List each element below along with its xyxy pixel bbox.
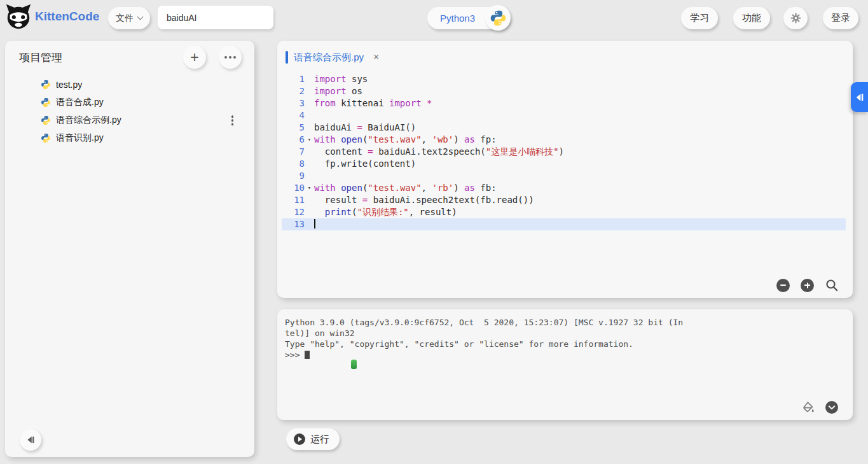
line-number: 6	[282, 134, 305, 146]
fold-gutter	[305, 206, 314, 218]
code-line[interactable]: 1import sys	[282, 73, 846, 85]
file-name: 语音识别.py	[56, 132, 104, 144]
code-line[interactable]: 11 result = baiduAi.speech2text(fb.read(…	[282, 194, 846, 206]
fold-gutter	[305, 158, 314, 170]
console-line: Type "help", "copyright", "credits" or "…	[285, 339, 845, 349]
code-line[interactable]: 3from kittenai import *	[282, 97, 846, 109]
file-name: 语音合成.py	[56, 97, 104, 108]
file-item[interactable]: 语音综合示例.py	[5, 111, 254, 129]
tab-active-file[interactable]: 语音综合示例.py ×	[282, 49, 383, 66]
file-menu-button[interactable]: 文件	[108, 7, 150, 29]
project-panel-title: 项目管理	[19, 50, 62, 65]
file-name: 语音综合示例.py	[56, 115, 121, 126]
learn-button[interactable]: 学习	[681, 7, 718, 29]
fold-gutter	[305, 85, 314, 97]
code-text: result = baiduAi.speech2text(fb.read())	[314, 194, 846, 206]
tab-indicator	[286, 51, 288, 64]
line-number: 11	[282, 194, 305, 206]
run-button[interactable]: 运行	[286, 428, 340, 450]
collapse-console-button[interactable]	[825, 400, 839, 414]
fold-gutter	[305, 97, 314, 109]
file-item[interactable]: 语音识别.py	[5, 129, 254, 147]
code-line[interactable]: 8 fp.write(content)	[282, 158, 846, 170]
fold-gutter	[305, 122, 314, 134]
clear-console-button[interactable]	[802, 401, 815, 414]
code-text: import sys	[314, 73, 846, 85]
zoom-in-button[interactable]	[801, 279, 814, 292]
fold-gutter	[305, 218, 314, 230]
fold-marker-icon[interactable]: ▾	[305, 182, 314, 194]
run-label: 运行	[310, 433, 329, 446]
code-line[interactable]: 5baiduAi = BaiduAI()	[282, 122, 846, 134]
code-line[interactable]: 10▾with open("test.wav", 'rb') as fb:	[282, 182, 846, 194]
fold-gutter	[305, 73, 314, 85]
kittencode-logo[interactable]	[4, 2, 33, 31]
code-line[interactable]: 4	[282, 109, 846, 122]
fold-gutter	[305, 146, 314, 158]
text-cursor	[314, 219, 315, 228]
code-text: fp.write(content)	[314, 158, 846, 170]
clear-console-icon	[802, 401, 815, 414]
code-text	[314, 218, 846, 230]
console-toolbar	[802, 400, 839, 414]
line-number: 7	[282, 146, 305, 158]
tab-title: 语音综合示例.py	[294, 52, 364, 64]
line-number: 8	[282, 158, 305, 170]
console-green-artifact	[351, 360, 357, 369]
console-line: Python 3.9.0 (tags/v3.9.0:9cf6752, Oct 5…	[285, 317, 845, 328]
search-button[interactable]	[825, 278, 839, 292]
line-number: 9	[282, 170, 305, 182]
project-name-input[interactable]	[158, 6, 273, 29]
code-text: import os	[314, 85, 846, 97]
fold-marker-icon[interactable]: ▾	[305, 134, 314, 146]
fold-gutter	[305, 170, 314, 182]
code-text: from kittenai import *	[314, 97, 846, 109]
login-button[interactable]: 登录	[823, 7, 858, 29]
close-tab-icon[interactable]: ×	[373, 52, 379, 62]
more-options-button[interactable]	[219, 46, 242, 69]
console-cursor	[305, 351, 310, 359]
code-line[interactable]: 13	[282, 218, 846, 230]
features-button[interactable]: 功能	[733, 7, 770, 29]
line-number: 3	[282, 97, 305, 109]
zoom-out-button[interactable]	[776, 279, 790, 292]
python-file-icon	[41, 115, 51, 125]
chevron-down-circle-icon	[825, 400, 839, 414]
code-line[interactable]: 2import os	[282, 85, 846, 97]
fold-gutter	[305, 109, 314, 122]
code-text: content = baiduAi.text2speech("这里是小喵科技")	[314, 146, 846, 158]
code-line[interactable]: 7 content = baiduAi.text2speech("这里是小喵科技…	[282, 146, 846, 158]
editor-toolbar	[776, 278, 839, 292]
file-item[interactable]: test.py	[5, 76, 254, 94]
editor-panel: 语音综合示例.py × 1import sys2import os3from k…	[277, 41, 853, 298]
search-icon	[825, 278, 839, 292]
code-line[interactable]: 6▾with open("test.wav", 'wb') as fp:	[282, 134, 846, 146]
code-line[interactable]: 9	[282, 170, 846, 182]
code-text	[314, 109, 846, 122]
plus-icon	[804, 283, 810, 288]
expand-right-panel-button[interactable]	[851, 82, 868, 112]
cat-logo-icon	[4, 2, 33, 31]
line-number: 13	[282, 218, 305, 230]
line-number: 10	[282, 182, 305, 194]
file-item[interactable]: 语音合成.py	[5, 94, 254, 111]
console-output[interactable]: Python 3.9.0 (tags/v3.9.0:9cf6752, Oct 5…	[285, 317, 845, 360]
line-number: 1	[282, 73, 305, 85]
python-logo-badge	[485, 5, 511, 31]
line-number: 2	[282, 85, 305, 97]
collapse-sidebar-button[interactable]	[20, 429, 41, 451]
project-panel: 项目管理 + test.py 语音合成.py 语音综合示例.py 语音识别.py	[5, 41, 254, 457]
file-kebab-icon[interactable]	[230, 113, 236, 127]
fold-gutter	[305, 194, 314, 206]
settings-button[interactable]	[783, 7, 808, 29]
add-file-button[interactable]: +	[183, 46, 206, 69]
collapse-left-icon	[26, 435, 35, 444]
file-name: test.py	[56, 80, 82, 90]
code-line[interactable]: 12 print("识别结果:", result)	[282, 206, 846, 218]
code-text: baiduAi = BaiduAI()	[314, 122, 846, 134]
line-number: 4	[282, 109, 305, 122]
code-lines: 1import sys2import os3from kittenai impo…	[282, 73, 846, 230]
line-number: 5	[282, 122, 305, 134]
console-line: tel)] on win32	[285, 328, 845, 339]
ellipsis-icon	[224, 56, 236, 59]
